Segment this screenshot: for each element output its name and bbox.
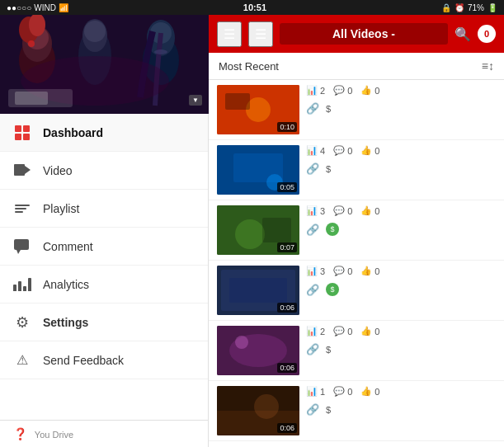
video-info-5: 📊 2 💬 0 👍 0 🔗 $ [306,326,496,355]
sidebar-item-comment[interactable]: Comment [0,228,208,266]
views-icon-1: 📊 [306,85,318,96]
link-icon-1[interactable]: 🔗 [306,102,319,115]
video-duration-6: 0:06 [277,423,297,433]
video-thumbnail-2: 0:05 [217,145,299,195]
dollar-green-icon-3[interactable]: $ [326,223,339,236]
comment-count-5: 💬 0 [333,326,352,336]
video-item-5[interactable]: 0:06 📊 2 💬 0 👍 0 [209,321,504,381]
dollar-icon-5[interactable]: $ [326,345,331,355]
video-stats-6: 📊 1 💬 0 👍 0 [306,386,496,397]
comments-icon-1: 💬 [333,85,345,96]
video-item-4[interactable]: 0:06 📊 3 💬 0 👍 0 [209,261,504,321]
svg-point-33 [235,336,248,349]
sidebar-item-feedback[interactable]: ⚠ Send Feedback [0,341,208,379]
alarm-icon: ⏰ [455,3,464,12]
analytics-icon [13,275,31,294]
channel-dropdown-arrow[interactable]: ▼ [189,95,202,106]
video-stats-5: 📊 2 💬 0 👍 0 [306,326,496,336]
view-count-4: 📊 3 [306,266,325,276]
svg-point-36 [254,394,279,419]
sidebar-header: ▼ [0,15,209,114]
filter-sort-icon[interactable]: ≡↕ [482,59,494,73]
channel-artwork: ▼ [0,15,209,114]
filter-bar: Most Recent ≡↕ [209,53,504,80]
dollar-green-icon-4[interactable]: $ [326,283,339,296]
video-list: 0:10 📊 2 💬 0 👍 0 [209,80,504,447]
link-icon-4[interactable]: 🔗 [306,284,319,296]
video-actions-6: 🔗 $ [306,403,496,416]
sidebar-item-dashboard[interactable]: Dashboard [0,114,208,152]
like-count-3: 👍 0 [360,205,379,216]
link-icon-2[interactable]: 🔗 [306,162,319,175]
signal-dots: ●●○○○ [7,3,31,12]
svg-rect-17 [14,239,29,250]
video-thumbnail-1: 0:10 [217,85,299,134]
video-info-4: 📊 3 💬 0 👍 0 🔗 $ [306,266,496,296]
video-actions-3: 🔗 $ [306,223,496,236]
status-bar: ●●○○○ WIND 📶 10:51 🔒 ⏰ 71% 🔋 [0,0,504,15]
video-duration-3: 0:07 [277,242,297,252]
sidebar-item-feedback-label: Send Feedback [43,354,124,367]
video-duration-2: 0:05 [277,182,297,192]
link-icon-6[interactable]: 🔗 [306,403,319,416]
notification-badge[interactable]: 0 [478,25,496,43]
svg-marker-18 [16,250,21,254]
svg-rect-21 [225,93,250,110]
sidebar: ▼ Dashboard Video [0,15,209,447]
sidebar-item-analytics[interactable]: Analytics [0,266,208,303]
video-icon [13,162,31,180]
video-stats-4: 📊 3 💬 0 👍 0 [306,266,496,276]
sidebar-navigation: Dashboard Video Playlist [0,114,208,420]
video-item-2[interactable]: 0:05 📊 4 💬 0 👍 0 [209,140,504,200]
video-item-6[interactable]: 0:06 📊 1 💬 0 👍 0 [209,381,504,441]
video-item-3[interactable]: 0:07 📊 3 💬 0 👍 0 [209,200,504,261]
dollar-icon-1[interactable]: $ [326,104,331,114]
like-count-4: 👍 0 [360,266,379,276]
page-title: All Videos - [280,23,448,45]
sidebar-item-playlist[interactable]: Playlist [0,190,208,228]
dollar-icon-6[interactable]: $ [326,405,331,415]
video-actions-2: 🔗 $ [306,162,496,175]
video-thumbnail-6: 0:06 [217,386,299,435]
dollar-icon-2[interactable]: $ [326,164,331,174]
sidebar-item-comment-label: Comment [43,240,93,253]
video-item[interactable]: 0:10 📊 2 💬 0 👍 0 [209,80,504,140]
like-count-1: 👍 0 [360,85,379,96]
sidebar-item-video[interactable]: Video [0,152,208,190]
video-thumbnail-4: 0:06 [217,266,299,315]
settings-icon: ⚙ [13,313,31,332]
battery-level: 71% [468,3,484,12]
link-icon-5[interactable]: 🔗 [306,343,319,355]
like-count-5: 👍 0 [360,326,379,336]
battery-icon: 🔋 [488,3,497,12]
video-info-6: 📊 1 💬 0 👍 0 🔗 $ [306,386,496,416]
video-stats-1: 📊 2 💬 0 👍 0 [306,85,496,96]
video-actions-1: 🔗 $ [306,102,496,115]
video-thumbnail-3: 0:07 [217,205,299,255]
search-button[interactable]: 🔍 [455,26,471,42]
sidebar-item-settings[interactable]: ⚙ Settings [0,303,208,341]
help-icon: ❓ [13,427,27,440]
sidebar-item-playlist-label: Playlist [43,202,79,215]
view-count-6: 📊 1 [306,386,325,397]
svg-point-13 [28,40,35,47]
channel-name-text [15,92,48,105]
view-count-3: 📊 3 [306,205,325,216]
video-info-3: 📊 3 💬 0 👍 0 🔗 $ [306,205,496,236]
likes-icon-1: 👍 [360,85,372,96]
wifi-icon: 📶 [59,3,68,12]
sidebar-item-video-label: Video [43,164,73,177]
channel-name-bar[interactable] [8,89,73,107]
comment-icon [13,238,31,256]
video-stats-2: 📊 4 💬 0 👍 0 [306,145,496,156]
video-stats-3: 📊 3 💬 0 👍 0 [306,205,496,216]
menu-hamburger-button-2[interactable]: ☰ [248,21,273,47]
link-icon-3[interactable]: 🔗 [306,224,319,236]
view-count-1: 📊 2 [306,85,325,96]
menu-hamburger-button[interactable]: ☰ [217,21,242,47]
playlist-icon [13,200,31,218]
video-thumbnail-5: 0:06 [217,326,299,375]
video-actions-5: 🔗 $ [306,343,496,355]
svg-marker-16 [25,166,31,174]
svg-point-26 [235,219,265,249]
